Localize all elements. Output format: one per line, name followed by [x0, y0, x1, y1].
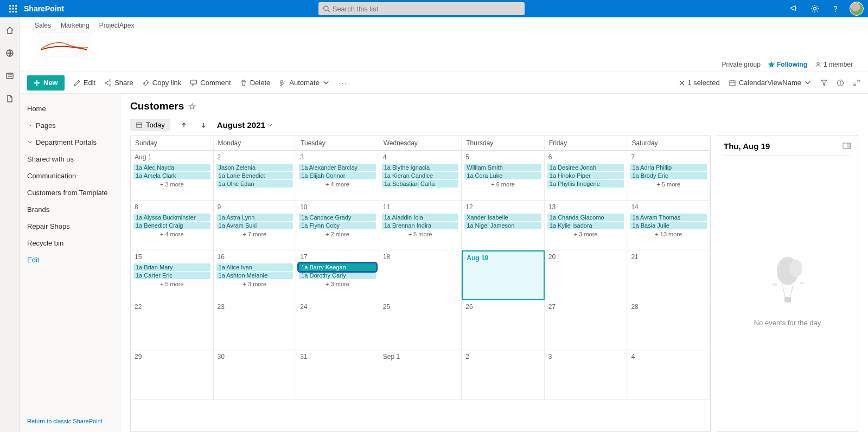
calendar-event[interactable]: 1a Desiree Jonah [547, 164, 624, 171]
calendar-cell[interactable]: 12Xander Isabelle1a Nigel Jameson [462, 201, 545, 250]
calendar-event[interactable]: 1a Kieran Candice [382, 172, 459, 179]
calendar-event[interactable]: 1a Phyllis Imogene [547, 180, 624, 188]
calendar-cell[interactable]: 161a Alice Ivan1a Ashton Melanie+ 3 more [214, 250, 297, 300]
calendar-event[interactable]: 1a Brody Eric [630, 172, 707, 179]
search-box[interactable] [318, 2, 525, 15]
calendar-event[interactable]: 1a Alec Nayda [133, 164, 210, 171]
calendar-event[interactable]: 1a Dorothy Carly [299, 272, 376, 279]
calendar-event[interactable]: 1a Blythe Ignacia [382, 164, 459, 171]
calendar-cell[interactable]: 141a Avram Thomas1a Basia Julie+ 13 more [627, 201, 710, 250]
calendar-cell[interactable]: 24 [296, 300, 379, 350]
nav-recycle-bin[interactable]: Recycle bin [20, 235, 120, 252]
calendar-event[interactable]: 1a Sebastian Carla [382, 180, 459, 188]
calendar-event[interactable]: 1a Adria Phillip [630, 164, 707, 171]
calendar-event[interactable]: 1a Alice Ivan [216, 263, 293, 271]
calendar-cell[interactable]: 81a Alyssa Buckminster1a Benedict Craig+… [131, 201, 214, 250]
gear-icon[interactable] [808, 2, 821, 15]
calendar-event[interactable]: 1a Amela Clark [133, 172, 210, 179]
calendar-event[interactable]: 1a Hiroko Piper [547, 172, 624, 179]
share-button[interactable]: Share [104, 79, 133, 87]
calendar-cell[interactable]: 91a Astra Lynn1a Avram Suki+ 7 more [214, 201, 297, 250]
calendar-cell[interactable]: 25 [379, 300, 462, 350]
home-icon[interactable] [4, 25, 15, 36]
app-launcher-icon[interactable] [4, 0, 22, 17]
view-switcher[interactable]: CalendarViewName [729, 79, 812, 87]
calendar-cell[interactable]: 2 [462, 350, 545, 400]
expand-button[interactable] [853, 79, 860, 87]
calendar-cell[interactable]: Sep 1 [379, 350, 462, 400]
calendar-cell[interactable]: 31a Alexander Barclay1a Elijah Connor+ 4… [296, 151, 379, 201]
more-events-link[interactable]: + 5 more [629, 180, 708, 188]
calendar-cell[interactable]: 5William Smith1a Cora Luke+ 6 more [462, 151, 545, 201]
calendar-cell[interactable]: Aug 19 [462, 250, 545, 300]
calendar-event[interactable]: Jason Zelenia [216, 164, 293, 171]
calendar-cell[interactable]: 26 [462, 300, 545, 350]
nav-brands[interactable]: Brands [20, 201, 120, 218]
more-button[interactable]: ··· [339, 79, 348, 87]
site-logo[interactable] [35, 33, 93, 56]
calendar-event[interactable]: 1a Brennan Indira [382, 222, 459, 229]
nav-repair-shops[interactable]: Repair Shops [20, 218, 120, 235]
calendar-cell[interactable]: 27 [545, 300, 628, 350]
calendar-event[interactable]: 1a Candace Grady [299, 214, 376, 221]
favorite-star-icon[interactable]: ☆ [188, 101, 196, 112]
more-events-link[interactable]: + 7 more [215, 230, 295, 237]
today-button[interactable]: Today [130, 119, 170, 131]
search-input[interactable] [333, 5, 520, 13]
calendar-event[interactable]: 1a Benedict Craig [133, 222, 210, 229]
more-events-link[interactable]: + 5 more [381, 230, 460, 237]
breadcrumb-item[interactable]: ProjectApex [99, 22, 135, 29]
calendar-event[interactable]: 1a Alyssa Buckminster [133, 214, 210, 221]
calendar-event[interactable]: 1a Alexander Barclay [299, 164, 376, 171]
calendar-cell[interactable]: Aug 11a Alec Nayda1a Amela Clark+ 3 more [131, 151, 214, 201]
calendar-event[interactable]: 1a Astra Lynn [216, 214, 293, 221]
nav-communication[interactable]: Communication [20, 167, 120, 184]
calendar-event[interactable]: 1a Flynn Coby [299, 222, 376, 229]
edit-button[interactable]: Edit [73, 79, 95, 87]
more-events-link[interactable]: + 3 more [546, 230, 626, 237]
follow-button[interactable]: Following [768, 61, 807, 68]
calendar-cell[interactable]: 30 [214, 350, 297, 400]
breadcrumb-item[interactable]: Marketing [61, 22, 90, 29]
calendar-event[interactable]: 1a Brian Mary [133, 263, 210, 271]
avatar[interactable] [850, 2, 864, 16]
day-panel-expand-icon[interactable] [843, 141, 851, 151]
calendar-event[interactable]: 1a Cora Luke [464, 172, 541, 179]
calendar-event[interactable]: 1a Lane Benedict [216, 172, 293, 179]
nav-edit[interactable]: Edit [20, 252, 120, 268]
globe-icon[interactable] [4, 48, 15, 59]
calendar-cell[interactable]: 22 [131, 300, 214, 350]
calendar-event[interactable]: 1a Barry Keegan [299, 263, 376, 271]
calendar-cell[interactable]: 31 [296, 350, 379, 400]
calendar-cell[interactable]: 20 [545, 250, 628, 300]
calendar-cell[interactable]: 18 [379, 250, 462, 300]
calendar-event[interactable]: 1a Aladdin Iola [382, 214, 459, 221]
calendar-cell[interactable]: 151a Brian Mary1a Carter Eric+ 5 more [131, 250, 214, 300]
more-events-link[interactable]: + 3 more [298, 280, 377, 287]
more-events-link[interactable]: + 13 more [629, 230, 708, 237]
calendar-cell[interactable]: 28 [627, 300, 710, 350]
calendar-event[interactable]: William Smith [464, 164, 541, 171]
more-events-link[interactable]: + 5 more [132, 280, 212, 287]
calendar-event[interactable]: 1a Ashton Melanie [216, 272, 293, 279]
nav-customers-template[interactable]: Customers from Template [20, 184, 120, 201]
calendar-event[interactable]: 1a Avram Thomas [630, 214, 707, 221]
calendar-cell[interactable]: 41a Blythe Ignacia1a Kieran Candice1a Se… [379, 151, 462, 201]
news-icon[interactable] [4, 70, 15, 81]
copy-link-button[interactable]: Copy link [142, 79, 181, 87]
comment-button[interactable]: Comment [190, 79, 231, 87]
calendar-cell[interactable]: 111a Aladdin Iola1a Brennan Indira+ 5 mo… [379, 201, 462, 250]
info-button[interactable] [837, 79, 844, 87]
breadcrumb-item[interactable]: Sales [35, 22, 51, 29]
month-picker[interactable]: August 2021 [217, 120, 273, 130]
nav-department-portals[interactable]: Department Portals [20, 134, 120, 151]
calendar-event[interactable]: Xander Isabelle [464, 214, 541, 221]
delete-button[interactable]: Delete [240, 79, 271, 87]
nav-pages[interactable]: Pages [20, 117, 120, 134]
calendar-cell[interactable]: 131a Chanda Giacomo1a Kylie Isadora+ 3 m… [545, 201, 628, 250]
automate-button[interactable]: Automate [279, 79, 330, 87]
calendar-cell[interactable]: 171a Barry Keegan1a Dorothy Carly+ 3 mor… [296, 250, 379, 300]
calendar-event[interactable]: 1a Avram Suki [216, 222, 293, 229]
calendar-cell[interactable]: 4 [627, 350, 710, 400]
nav-home[interactable]: Home [20, 100, 120, 117]
